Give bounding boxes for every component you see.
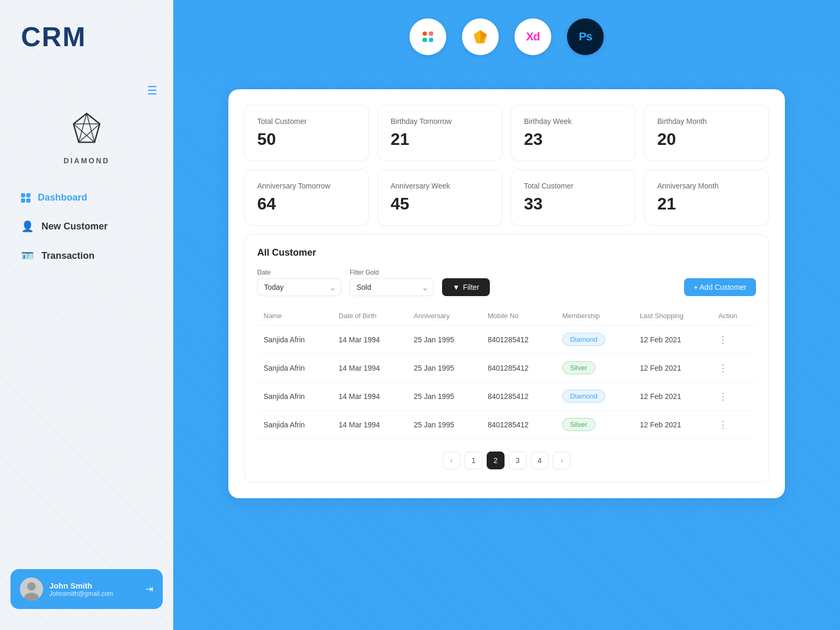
transaction-label: Transaction — [41, 250, 94, 261]
header: Xd Ps — [173, 0, 840, 74]
membership-badge: Diamond — [562, 333, 605, 346]
pagination-next[interactable]: › — [553, 452, 571, 469]
pagination: ‹ 1 2 3 4 › — [257, 452, 756, 469]
cell-membership: Diamond — [556, 382, 634, 411]
sidebar-item-new-customer[interactable]: 👤 New Customer — [10, 214, 163, 239]
membership-badge: Diamond — [562, 390, 605, 403]
pagination-page-2[interactable]: 2 — [487, 452, 505, 469]
stat-anniversary-month: Anniversary Month 21 — [644, 170, 769, 226]
cell-action: ⋮ — [712, 326, 756, 354]
app-logo: CRM — [0, 21, 86, 52]
action-menu-icon[interactable]: ⋮ — [718, 419, 729, 430]
user-card: John Smith Johnsmith@gmail.com ⇥ — [10, 569, 163, 609]
pagination-page-3[interactable]: 3 — [509, 452, 527, 469]
gold-filter-label: Filter Gold — [350, 269, 434, 276]
gold-select[interactable]: Sold Unsold — [350, 278, 434, 296]
action-menu-icon[interactable]: ⋮ — [718, 391, 729, 402]
col-header-name: Name — [257, 307, 332, 326]
cell-action: ⋮ — [712, 382, 756, 411]
sidebar-item-transaction[interactable]: 🪪 Transaction — [10, 243, 163, 268]
cell-anniversary: 25 Jan 1995 — [407, 411, 481, 439]
sidebar-item-dashboard[interactable]: Dashboard — [10, 186, 163, 209]
date-select[interactable]: Today This Week This Month — [257, 278, 341, 296]
membership-badge: Silver — [562, 418, 595, 431]
stat-value-total-customer-2: 33 — [524, 194, 623, 214]
person-icon: 👤 — [21, 220, 34, 233]
stat-anniversary-week: Anniversary Week 45 — [377, 170, 502, 226]
sketch-icon[interactable] — [462, 18, 499, 55]
stat-label-total-customer-2: Total Customer — [524, 182, 623, 190]
stat-value-total-customer: 50 — [257, 130, 356, 149]
stat-label-birthday-month: Birthday Month — [657, 117, 756, 125]
stat-total-customer-2: Total Customer 33 — [511, 170, 636, 226]
cell-name: Sanjida Afrin — [257, 354, 332, 382]
stat-birthday-tomorrow: Birthday Tomorrow 21 — [377, 105, 502, 161]
cell-membership: Diamond — [556, 326, 634, 354]
brand-name: DIAMOND — [64, 156, 110, 165]
filter-button[interactable]: ▼ Filter — [442, 278, 490, 296]
stats-row-1: Total Customer 50 Birthday Tomorrow 21 B… — [244, 105, 769, 161]
svg-rect-12 — [429, 38, 433, 42]
cell-action: ⋮ — [712, 354, 756, 382]
pagination-prev[interactable]: ‹ — [443, 452, 460, 469]
dashboard-card: Total Customer 50 Birthday Tomorrow 21 B… — [228, 89, 785, 498]
action-menu-icon[interactable]: ⋮ — [718, 334, 729, 345]
add-customer-label: + Add Customer — [694, 283, 747, 291]
table-row: Sanjida Afrin 14 Mar 1994 25 Jan 1995 84… — [257, 354, 756, 382]
dashboard-label: Dashboard — [38, 192, 87, 203]
user-name: John Smith — [49, 581, 139, 590]
stat-birthday-week: Birthday Week 23 — [511, 105, 636, 161]
user-info: John Smith Johnsmith@gmail.com — [49, 581, 139, 597]
cell-last-shopping: 12 Feb 2021 — [634, 411, 712, 439]
action-menu-icon[interactable]: ⋮ — [718, 363, 729, 373]
svg-point-7 — [27, 582, 36, 591]
stat-value-birthday-tomorrow: 21 — [391, 130, 489, 149]
section-title: All Customer — [257, 247, 756, 258]
cell-membership: Silver — [556, 411, 634, 439]
col-header-membership: Membership — [556, 307, 634, 326]
user-email: Johnsmith@gmail.com — [49, 590, 139, 597]
svg-line-4 — [87, 113, 94, 142]
customer-table: Name Date of Birth Anniversary Mobile No… — [257, 307, 756, 439]
cell-dob: 14 Mar 1994 — [332, 382, 407, 411]
sidebar-content: ☰ DIAMOND Dashboard 👤 — [0, 84, 173, 272]
date-filter-label: Date — [257, 269, 341, 276]
xd-icon[interactable]: Xd — [514, 18, 551, 55]
logout-icon[interactable]: ⇥ — [145, 583, 153, 595]
col-header-anniversary: Anniversary — [407, 307, 481, 326]
cell-anniversary: 25 Jan 1995 — [407, 354, 481, 382]
cell-mobile: 8401285412 — [481, 382, 556, 411]
add-customer-button[interactable]: + Add Customer — [684, 278, 756, 296]
brand-logo — [66, 108, 108, 152]
figma-icon[interactable] — [410, 18, 446, 55]
cell-name: Sanjida Afrin — [257, 326, 332, 354]
cell-membership: Silver — [556, 354, 634, 382]
cell-anniversary: 25 Jan 1995 — [407, 326, 481, 354]
stat-value-birthday-week: 23 — [524, 130, 623, 149]
pagination-page-4[interactable]: 4 — [531, 452, 549, 469]
pagination-page-1[interactable]: 1 — [465, 452, 482, 469]
menu-icon[interactable]: ☰ — [147, 84, 158, 98]
stat-value-anniversary-month: 21 — [657, 194, 756, 214]
membership-badge: Silver — [562, 361, 595, 374]
cell-name: Sanjida Afrin — [257, 382, 332, 411]
gold-filter-group: Filter Gold Sold Unsold — [350, 269, 434, 296]
avatar — [20, 578, 43, 601]
new-customer-label: New Customer — [41, 221, 108, 232]
svg-rect-9 — [423, 32, 427, 36]
col-header-dob: Date of Birth — [332, 307, 407, 326]
cell-dob: 14 Mar 1994 — [332, 354, 407, 382]
stat-label-anniversary-week: Anniversary Week — [391, 182, 489, 190]
ps-icon[interactable]: Ps — [567, 18, 604, 55]
filter-btn-label: Filter — [463, 283, 479, 291]
cell-anniversary: 25 Jan 1995 — [407, 382, 481, 411]
cell-mobile: 8401285412 — [481, 411, 556, 439]
cell-dob: 14 Mar 1994 — [332, 411, 407, 439]
stat-label-birthday-week: Birthday Week — [524, 117, 623, 125]
cell-dob: 14 Mar 1994 — [332, 326, 407, 354]
svg-rect-10 — [429, 32, 433, 36]
cell-mobile: 8401285412 — [481, 326, 556, 354]
cell-last-shopping: 12 Feb 2021 — [634, 382, 712, 411]
cell-last-shopping: 12 Feb 2021 — [634, 354, 712, 382]
gold-select-wrapper: Sold Unsold — [350, 278, 434, 296]
